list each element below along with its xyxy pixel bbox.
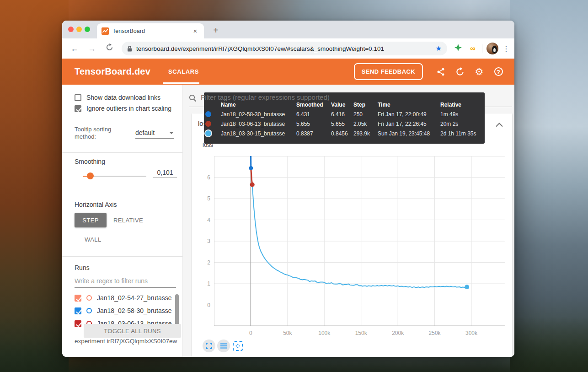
- x-axis-tick-label: 250k: [425, 330, 445, 336]
- axis-relative-button[interactable]: RELATIVE: [113, 217, 143, 224]
- x-axis-tick-label: 0: [241, 330, 261, 336]
- url-text[interactable]: tensorboard.dev/experiment/irRl7jXGQlqml…: [136, 45, 433, 52]
- desktop: TensorBoard × + ← → tensorboard.dev/expe…: [0, 0, 588, 372]
- settings-sidebar: Show data download links Ignore outliers…: [62, 85, 183, 357]
- search-icon: [189, 94, 197, 104]
- reload-icon[interactable]: [103, 42, 116, 55]
- show-download-links-row[interactable]: Show data download links: [75, 94, 160, 101]
- experiment-id-label: experiment irRl7jXGQlqmlxXS0I07ew: [75, 338, 177, 345]
- address-bar[interactable]: tensorboard.dev/experiment/irRl7jXGQlqml…: [122, 42, 447, 55]
- toolbar-divider: [482, 44, 482, 53]
- main-panel: loss loss: [183, 85, 514, 357]
- tab-title: TensorBoard: [112, 28, 191, 34]
- tab-strip: TensorBoard × +: [62, 21, 514, 38]
- loss-chart-plot[interactable]: [214, 156, 505, 326]
- forward-icon: →: [86, 42, 98, 55]
- divider: [62, 256, 182, 257]
- x-axis-tick-label: 50k: [278, 330, 298, 336]
- slider-knob[interactable]: [87, 173, 94, 179]
- smoothing-value-input[interactable]: 0,101: [153, 169, 177, 178]
- send-feedback-button[interactable]: SEND FEEDBACK: [354, 63, 423, 80]
- run-name-label: Jan18_02-58-30_brutasse: [97, 307, 171, 314]
- ignore-outliers-label: Ignore outliers in chart scaling: [86, 105, 171, 112]
- chevron-down-icon: [169, 132, 174, 134]
- new-tab-button[interactable]: +: [209, 24, 222, 37]
- tab-scalars[interactable]: SCALARS: [168, 59, 199, 85]
- run-row[interactable]: Jan18_02-58-30_brutasse: [75, 304, 180, 317]
- y-axis-tick-label: 3: [198, 238, 210, 244]
- horizontal-axis-label: Horizontal Axis: [75, 201, 117, 208]
- smoothing-label: Smoothing: [75, 158, 105, 165]
- tooltip-run-row: Jan18_03-06-13_brutasse5.6555.6552.05kFr…: [204, 119, 485, 129]
- y-axis-tick-label: 6: [198, 174, 210, 181]
- run-color-swatch[interactable]: [86, 308, 92, 313]
- tooltip-sorting-value: default: [135, 129, 169, 136]
- profile-avatar[interactable]: [486, 43, 498, 54]
- input-underline: [75, 287, 176, 288]
- tensorboard-header: TensorBoard.dev SCALARS SEND FEEDBACK ⚙ …: [62, 59, 514, 85]
- run-color-dot: [205, 121, 211, 127]
- x-axis-tick-label: 150k: [351, 330, 371, 336]
- tooltip-header-row: NameSmoothedValueStepTimeRelative: [204, 100, 485, 109]
- chevron-up-icon[interactable]: [496, 121, 503, 129]
- show-download-links-label: Show data download links: [86, 94, 160, 101]
- x-axis-tick-label: 300k: [461, 330, 481, 336]
- show-download-links-checkbox[interactable]: [75, 94, 81, 101]
- axis-step-button[interactable]: STEP: [75, 213, 107, 227]
- browser-window: TensorBoard × + ← → tensorboard.dev/expe…: [62, 21, 514, 357]
- smoothing-slider[interactable]: [83, 176, 146, 177]
- browser-tab[interactable]: TensorBoard ×: [97, 23, 204, 38]
- close-window-button[interactable]: [68, 27, 74, 32]
- extension-icon[interactable]: [453, 44, 464, 53]
- minimize-window-button[interactable]: [76, 27, 82, 32]
- share-icon[interactable]: [435, 66, 446, 77]
- run-row[interactable]: Jan18_02-54-27_brutasse: [75, 291, 180, 304]
- plot-svg: [214, 156, 505, 326]
- run-color-swatch[interactable]: [86, 295, 92, 301]
- ignore-outliers-checkbox[interactable]: [75, 105, 81, 112]
- expand-chart-icon[interactable]: [203, 340, 215, 352]
- back-icon[interactable]: ←: [68, 42, 81, 55]
- close-tab-icon[interactable]: ×: [191, 27, 199, 35]
- run-checkbox[interactable]: [75, 307, 81, 314]
- active-tab-underline: [163, 82, 199, 84]
- axis-wall-button[interactable]: WALL: [85, 236, 102, 243]
- lock-icon: [127, 46, 132, 52]
- tooltip-sorting-label: Tooltip sorting method:: [75, 126, 111, 140]
- runs-label: Runs: [75, 264, 90, 271]
- browser-menu-icon[interactable]: ⋮: [502, 44, 511, 53]
- settings-gear-icon[interactable]: ⚙: [474, 66, 485, 77]
- y-axis-tick-label: 0: [198, 302, 210, 308]
- run-checkbox[interactable]: [75, 295, 81, 302]
- wallpaper-right-mountain: [510, 0, 588, 372]
- runs-filter-input[interactable]: [75, 277, 176, 285]
- zoom-window-button[interactable]: [85, 27, 90, 32]
- y-axis-tick-label: 4: [198, 217, 210, 223]
- fit-domain-icon[interactable]: [233, 341, 243, 351]
- help-icon[interactable]: ?: [493, 66, 504, 77]
- tooltip-run-row: Jan18_02-58-30_brutasse6.4316.416250Fri …: [204, 109, 485, 119]
- tensorboard-favicon: [102, 27, 109, 35]
- run-name-label: Jan18_02-54-27_brutasse: [97, 294, 171, 302]
- loss-chart-card: loss loss: [192, 113, 512, 357]
- runs-selector-icon[interactable]: [217, 340, 230, 352]
- wallpaper-left-cliff: [0, 0, 69, 372]
- x-axis-tick-label: 200k: [388, 330, 408, 336]
- run-color-dot: [205, 130, 211, 136]
- x-axis-tick-label: 100k: [314, 330, 334, 336]
- tooltip-sorting-dropdown[interactable]: default: [135, 129, 174, 139]
- toggle-all-runs-button[interactable]: TOGGLE ALL RUNS: [84, 324, 181, 338]
- ignore-outliers-row[interactable]: Ignore outliers in chart scaling: [75, 105, 171, 112]
- y-axis-tick-label: 2: [198, 259, 210, 266]
- bookmark-star-icon[interactable]: ★: [436, 44, 442, 53]
- colab-extension-icon[interactable]: ∞: [467, 44, 478, 53]
- tooltip-run-row: Jan18_03-30-15_brutasse0.83870.8456293.9…: [204, 129, 485, 138]
- filter-tags-input[interactable]: [201, 93, 384, 101]
- run-color-dot: [205, 111, 211, 117]
- refresh-icon[interactable]: [454, 66, 465, 77]
- divider: [62, 197, 182, 197]
- y-axis-tick-label: 5: [198, 195, 210, 202]
- browser-toolbar: ← → tensorboard.dev/experiment/irRl7jXGQ…: [62, 38, 514, 59]
- brand-title: TensorBoard.dev: [75, 66, 150, 77]
- run-checkbox[interactable]: [75, 320, 81, 327]
